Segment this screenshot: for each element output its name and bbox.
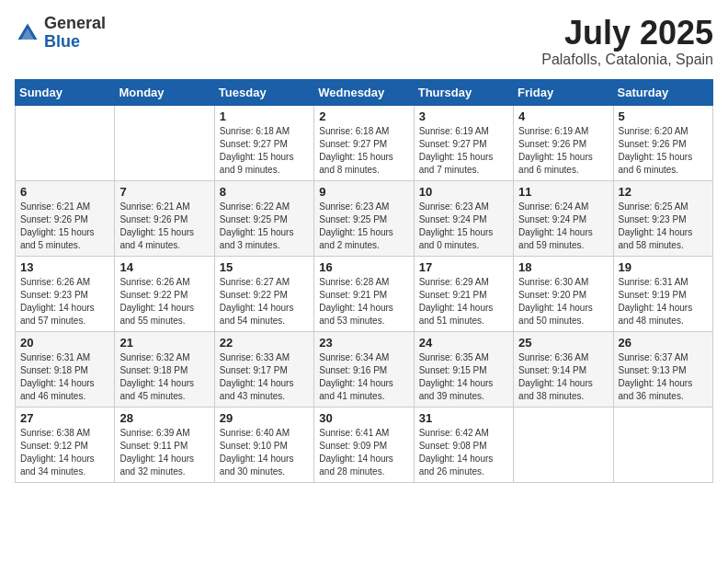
- month-title: July 2025: [541, 15, 713, 52]
- day-number: 22: [220, 336, 309, 350]
- calendar-cell: 2Sunrise: 6:18 AM Sunset: 9:27 PM Daylig…: [314, 105, 414, 180]
- day-number: 6: [20, 185, 109, 199]
- calendar-cell: 1Sunrise: 6:18 AM Sunset: 9:27 PM Daylig…: [214, 105, 313, 180]
- day-number: 27: [20, 411, 109, 425]
- day-info: Sunrise: 6:27 AM Sunset: 9:22 PM Dayligh…: [220, 276, 309, 327]
- day-info: Sunrise: 6:24 AM Sunset: 9:24 PM Dayligh…: [518, 201, 608, 252]
- day-info: Sunrise: 6:32 AM Sunset: 9:18 PM Dayligh…: [119, 351, 209, 403]
- day-info: Sunrise: 6:34 AM Sunset: 9:16 PM Dayligh…: [319, 351, 408, 403]
- calendar-cell: 13Sunrise: 6:26 AM Sunset: 9:23 PM Dayli…: [16, 256, 115, 331]
- day-number: 26: [619, 336, 708, 350]
- weekday-header: Friday: [514, 79, 613, 105]
- page-header: General Blue July 2025 Palafolls, Catalo…: [15, 15, 713, 68]
- calendar-week-row: 6Sunrise: 6:21 AM Sunset: 9:26 PM Daylig…: [16, 180, 713, 256]
- calendar-cell: 9Sunrise: 6:23 AM Sunset: 9:25 PM Daylig…: [314, 180, 414, 256]
- calendar-cell: 5Sunrise: 6:20 AM Sunset: 9:26 PM Daylig…: [613, 105, 712, 180]
- weekday-header: Tuesday: [214, 79, 313, 105]
- day-number: 30: [319, 411, 408, 425]
- title-block: July 2025 Palafolls, Catalonia, Spain: [541, 15, 713, 68]
- day-info: Sunrise: 6:22 AM Sunset: 9:25 PM Dayligh…: [220, 201, 309, 252]
- day-number: 28: [119, 411, 209, 425]
- calendar-cell: [613, 407, 712, 482]
- day-info: Sunrise: 6:30 AM Sunset: 9:20 PM Dayligh…: [518, 276, 608, 327]
- day-number: 23: [319, 336, 408, 350]
- day-info: Sunrise: 6:26 AM Sunset: 9:23 PM Dayligh…: [20, 276, 109, 327]
- calendar-cell: 7Sunrise: 6:21 AM Sunset: 9:26 PM Daylig…: [115, 180, 214, 256]
- day-number: 11: [518, 185, 608, 199]
- day-info: Sunrise: 6:25 AM Sunset: 9:23 PM Dayligh…: [619, 201, 708, 252]
- day-number: 12: [619, 185, 708, 199]
- day-info: Sunrise: 6:38 AM Sunset: 9:12 PM Dayligh…: [20, 427, 109, 478]
- day-info: Sunrise: 6:26 AM Sunset: 9:22 PM Dayligh…: [119, 276, 209, 327]
- day-info: Sunrise: 6:19 AM Sunset: 9:26 PM Dayligh…: [518, 125, 608, 177]
- day-info: Sunrise: 6:18 AM Sunset: 9:27 PM Dayligh…: [220, 125, 309, 177]
- day-number: 1: [220, 109, 309, 123]
- calendar-cell: 23Sunrise: 6:34 AM Sunset: 9:16 PM Dayli…: [314, 331, 414, 407]
- calendar-cell: 27Sunrise: 6:38 AM Sunset: 9:12 PM Dayli…: [16, 407, 115, 482]
- day-number: 31: [419, 411, 508, 425]
- logo-general: General: [44, 15, 106, 33]
- calendar-cell: 31Sunrise: 6:42 AM Sunset: 9:08 PM Dayli…: [414, 407, 513, 482]
- calendar-cell: 30Sunrise: 6:41 AM Sunset: 9:09 PM Dayli…: [314, 407, 414, 482]
- day-number: 9: [319, 185, 408, 199]
- day-number: 3: [419, 109, 508, 123]
- calendar-cell: 6Sunrise: 6:21 AM Sunset: 9:26 PM Daylig…: [16, 180, 115, 256]
- calendar-cell: 17Sunrise: 6:29 AM Sunset: 9:21 PM Dayli…: [414, 256, 513, 331]
- calendar-cell: 28Sunrise: 6:39 AM Sunset: 9:11 PM Dayli…: [115, 407, 214, 482]
- calendar-week-row: 20Sunrise: 6:31 AM Sunset: 9:18 PM Dayli…: [16, 331, 713, 407]
- day-info: Sunrise: 6:21 AM Sunset: 9:26 PM Dayligh…: [20, 201, 109, 252]
- location-title: Palafolls, Catalonia, Spain: [541, 52, 713, 68]
- calendar-cell: 11Sunrise: 6:24 AM Sunset: 9:24 PM Dayli…: [514, 180, 613, 256]
- day-number: 10: [419, 185, 508, 199]
- calendar-week-row: 13Sunrise: 6:26 AM Sunset: 9:23 PM Dayli…: [16, 256, 713, 331]
- weekday-header: Monday: [115, 79, 214, 105]
- day-info: Sunrise: 6:31 AM Sunset: 9:19 PM Dayligh…: [619, 276, 708, 327]
- day-info: Sunrise: 6:42 AM Sunset: 9:08 PM Dayligh…: [419, 427, 508, 478]
- day-number: 13: [20, 260, 109, 274]
- day-number: 17: [419, 260, 508, 274]
- weekday-header: Sunday: [16, 79, 115, 105]
- calendar-cell: 19Sunrise: 6:31 AM Sunset: 9:19 PM Dayli…: [613, 256, 712, 331]
- day-number: 15: [220, 260, 309, 274]
- logo: General Blue: [15, 15, 106, 52]
- day-number: 25: [518, 336, 608, 350]
- day-info: Sunrise: 6:23 AM Sunset: 9:25 PM Dayligh…: [319, 201, 408, 252]
- calendar-cell: 24Sunrise: 6:35 AM Sunset: 9:15 PM Dayli…: [414, 331, 513, 407]
- day-info: Sunrise: 6:31 AM Sunset: 9:18 PM Dayligh…: [20, 351, 109, 403]
- day-info: Sunrise: 6:21 AM Sunset: 9:26 PM Dayligh…: [119, 201, 209, 252]
- calendar-cell: 22Sunrise: 6:33 AM Sunset: 9:17 PM Dayli…: [214, 331, 313, 407]
- calendar-cell: 4Sunrise: 6:19 AM Sunset: 9:26 PM Daylig…: [514, 105, 613, 180]
- day-number: 2: [319, 109, 408, 123]
- calendar-cell: 8Sunrise: 6:22 AM Sunset: 9:25 PM Daylig…: [214, 180, 313, 256]
- calendar-cell: [514, 407, 613, 482]
- day-number: 21: [119, 336, 209, 350]
- day-info: Sunrise: 6:41 AM Sunset: 9:09 PM Dayligh…: [319, 427, 408, 478]
- calendar-cell: 18Sunrise: 6:30 AM Sunset: 9:20 PM Dayli…: [514, 256, 613, 331]
- day-info: Sunrise: 6:39 AM Sunset: 9:11 PM Dayligh…: [119, 427, 209, 478]
- calendar-cell: 12Sunrise: 6:25 AM Sunset: 9:23 PM Dayli…: [613, 180, 712, 256]
- day-info: Sunrise: 6:36 AM Sunset: 9:14 PM Dayligh…: [518, 351, 608, 403]
- calendar-cell: 25Sunrise: 6:36 AM Sunset: 9:14 PM Dayli…: [514, 331, 613, 407]
- day-number: 4: [518, 109, 608, 123]
- day-number: 5: [619, 109, 708, 123]
- weekday-row: SundayMondayTuesdayWednesdayThursdayFrid…: [16, 79, 713, 105]
- calendar-cell: 10Sunrise: 6:23 AM Sunset: 9:24 PM Dayli…: [414, 180, 513, 256]
- weekday-header: Thursday: [414, 79, 513, 105]
- day-info: Sunrise: 6:37 AM Sunset: 9:13 PM Dayligh…: [619, 351, 708, 403]
- day-number: 7: [119, 185, 209, 199]
- logo-icon: [15, 20, 40, 46]
- day-number: 29: [220, 411, 309, 425]
- day-info: Sunrise: 6:35 AM Sunset: 9:15 PM Dayligh…: [419, 351, 508, 403]
- day-info: Sunrise: 6:40 AM Sunset: 9:10 PM Dayligh…: [220, 427, 309, 478]
- day-info: Sunrise: 6:23 AM Sunset: 9:24 PM Dayligh…: [419, 201, 508, 252]
- day-number: 16: [319, 260, 408, 274]
- calendar-cell: 16Sunrise: 6:28 AM Sunset: 9:21 PM Dayli…: [314, 256, 414, 331]
- day-info: Sunrise: 6:20 AM Sunset: 9:26 PM Dayligh…: [619, 125, 708, 177]
- calendar-cell: [115, 105, 214, 180]
- day-info: Sunrise: 6:19 AM Sunset: 9:27 PM Dayligh…: [419, 125, 508, 177]
- calendar-table: SundayMondayTuesdayWednesdayThursdayFrid…: [15, 79, 713, 483]
- calendar-cell: [16, 105, 115, 180]
- calendar-week-row: 27Sunrise: 6:38 AM Sunset: 9:12 PM Dayli…: [16, 407, 713, 482]
- calendar-cell: 29Sunrise: 6:40 AM Sunset: 9:10 PM Dayli…: [214, 407, 313, 482]
- calendar-cell: 15Sunrise: 6:27 AM Sunset: 9:22 PM Dayli…: [214, 256, 313, 331]
